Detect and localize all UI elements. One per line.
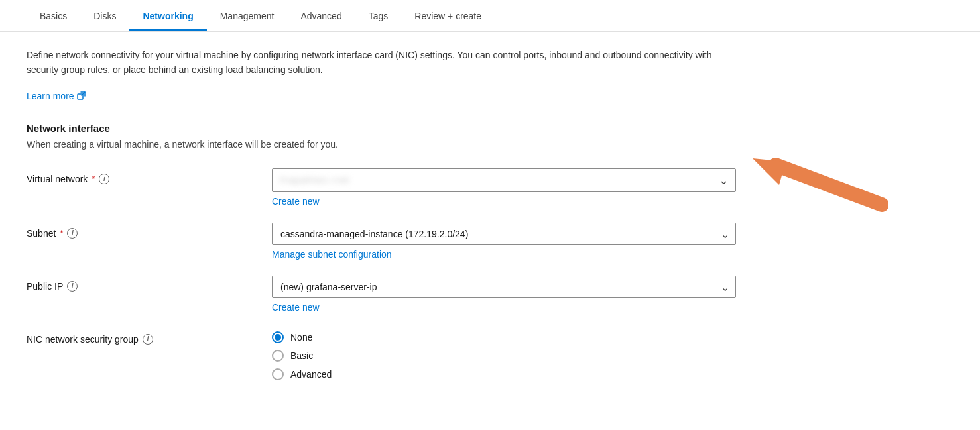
- radio-basic-input[interactable]: [272, 350, 284, 362]
- public-ip-input-area: (new) grafana-server-ip ⌄ Create new: [272, 276, 749, 313]
- radio-advanced-label: Advanced: [290, 369, 332, 380]
- radio-none-input[interactable]: [272, 331, 284, 343]
- svg-marker-4: [753, 158, 786, 185]
- tab-disks[interactable]: Disks: [80, 0, 129, 31]
- public-ip-dropdown[interactable]: (new) grafana-server-ip: [272, 276, 736, 298]
- tab-networking[interactable]: Networking: [129, 0, 206, 31]
- radio-none-dot: [275, 334, 281, 341]
- virtual-network-value: frapahles-rret: [280, 175, 350, 185]
- required-star-subnet: *: [60, 228, 63, 238]
- subnet-info-icon[interactable]: i: [67, 228, 78, 239]
- subnet-label: Subnet * i: [27, 223, 272, 239]
- required-star: *: [92, 174, 95, 184]
- public-ip-label: Public IP i: [27, 276, 272, 292]
- nic-security-group-row: NIC network security group i None Basic …: [27, 329, 769, 380]
- radio-none-label: None: [290, 332, 312, 343]
- arrow-annotation: [743, 155, 888, 217]
- subnet-dropdown[interactable]: cassandra-managed-instance (172.19.2.0/2…: [272, 223, 736, 245]
- tab-tags[interactable]: Tags: [355, 0, 402, 31]
- public-ip-dropdown-wrapper: (new) grafana-server-ip ⌄: [272, 276, 736, 298]
- tab-basics[interactable]: Basics: [27, 0, 80, 31]
- network-interface-heading: Network interface: [27, 123, 769, 134]
- subnet-row: Subnet * i cassandra-managed-instance (1…: [27, 223, 769, 260]
- nic-security-group-input-area: None Basic Advanced: [272, 329, 749, 380]
- tab-bar: Basics Disks Networking Management Advan…: [0, 0, 980, 32]
- network-interface-subtitle: When creating a virtual machine, a netwo…: [27, 139, 769, 150]
- tab-management[interactable]: Management: [207, 0, 288, 31]
- radio-advanced-input[interactable]: [272, 368, 284, 380]
- page-description: Define network connectivity for your vir…: [27, 48, 723, 78]
- nic-security-group-info-icon[interactable]: i: [143, 334, 153, 345]
- radio-advanced[interactable]: Advanced: [272, 368, 749, 380]
- radio-basic[interactable]: Basic: [272, 350, 749, 362]
- subnet-input-area: cassandra-managed-instance (172.19.2.0/2…: [272, 223, 749, 260]
- subnet-dropdown-wrapper: cassandra-managed-instance (172.19.2.0/2…: [272, 223, 736, 245]
- public-ip-row: Public IP i (new) grafana-server-ip ⌄ Cr…: [27, 276, 769, 313]
- virtual-network-row: Virtual network * i frapahles-rret ⌄ Cre…: [27, 168, 769, 207]
- public-ip-info-icon[interactable]: i: [67, 281, 78, 292]
- svg-line-3: [776, 165, 882, 205]
- virtual-network-dropdown[interactable]: frapahles-rret ⌄: [272, 168, 736, 192]
- external-link-icon: [77, 91, 86, 100]
- nic-security-group-label: NIC network security group i: [27, 329, 272, 345]
- tab-advanced[interactable]: Advanced: [287, 0, 355, 31]
- radio-none[interactable]: None: [272, 331, 749, 343]
- virtual-network-input-area: frapahles-rret ⌄ Create new: [272, 168, 749, 207]
- radio-basic-label: Basic: [290, 350, 313, 361]
- chevron-down-icon: ⌄: [719, 173, 729, 188]
- manage-subnet-link[interactable]: Manage subnet configuration: [272, 249, 392, 260]
- learn-more-link[interactable]: Learn more: [27, 91, 86, 101]
- public-ip-create-new[interactable]: Create new: [272, 302, 320, 313]
- main-content: Define network connectivity for your vir…: [0, 32, 796, 412]
- virtual-network-create-new[interactable]: Create new: [272, 196, 320, 207]
- virtual-network-label: Virtual network * i: [27, 168, 272, 184]
- tab-review-create[interactable]: Review + create: [401, 0, 495, 31]
- nic-security-group-radio-group: None Basic Advanced: [272, 329, 749, 380]
- virtual-network-info-icon[interactable]: i: [99, 174, 109, 184]
